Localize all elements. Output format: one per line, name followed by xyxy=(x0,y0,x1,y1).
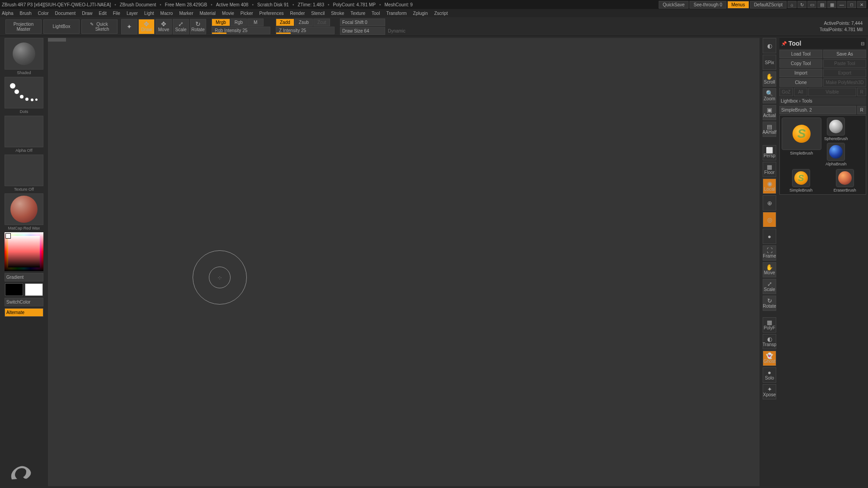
menu-picker[interactable]: Picker xyxy=(241,11,253,16)
menu-marker[interactable]: Marker xyxy=(179,11,193,16)
menu-movie[interactable]: Movie xyxy=(222,11,234,16)
layout2-icon[interactable]: ▤ xyxy=(817,1,826,8)
spix-button[interactable]: SPix xyxy=(763,55,776,70)
material-thumb[interactable] xyxy=(5,193,43,225)
menus-button[interactable]: Menus xyxy=(727,1,749,9)
goz-r-button[interactable]: R xyxy=(857,88,866,96)
swatch-black[interactable] xyxy=(5,283,23,296)
tool-eraserbrush[interactable] xyxy=(836,169,854,187)
menu-light[interactable]: Light xyxy=(144,11,154,16)
local-button[interactable]: ◉Local xyxy=(763,178,776,194)
move-mode-button[interactable]: ✥Move xyxy=(156,19,172,34)
menu-texture[interactable]: Texture xyxy=(350,11,365,16)
quicksketch-button[interactable]: ✎Quick Sketch xyxy=(81,19,118,34)
clone-button[interactable]: Clone xyxy=(779,78,822,87)
menu-draw[interactable]: Draw xyxy=(82,11,92,16)
alpha-thumb[interactable] xyxy=(5,116,43,147)
z-intensity-slider[interactable]: Z Intensity 25 xyxy=(276,27,335,34)
tool-simplebrush-large[interactable]: S xyxy=(782,117,821,150)
nav-move-button[interactable]: ✋Move xyxy=(763,262,776,277)
floor-button[interactable]: ▦Floor xyxy=(763,162,776,177)
ghost-button[interactable]: 👻Ghost xyxy=(763,351,776,366)
home-icon[interactable]: ⌂ xyxy=(788,1,797,8)
zadd-button[interactable]: Zadd xyxy=(276,19,294,26)
menu-edit[interactable]: Edit xyxy=(99,11,107,16)
cam-button[interactable]: ● xyxy=(763,229,776,244)
scroll-button[interactable]: ✋Scroll xyxy=(763,71,776,87)
lock2-button[interactable]: ◎ xyxy=(763,212,776,227)
defaultscript-button[interactable]: DefaultZScript xyxy=(750,1,787,9)
tool-spherebrush[interactable] xyxy=(827,117,845,136)
nav-scale-button[interactable]: ⤢Scale xyxy=(763,279,776,294)
menu-color[interactable]: Color xyxy=(38,11,49,16)
menu-render[interactable]: Render xyxy=(290,11,305,16)
quicksave-button[interactable]: QuickSave xyxy=(659,1,689,9)
export-button[interactable]: Export xyxy=(823,69,866,77)
gradient-button[interactable]: Gradient xyxy=(5,273,43,282)
close-icon[interactable]: ✕ xyxy=(857,1,866,8)
import-button[interactable]: Import xyxy=(779,69,822,77)
polymesh-button[interactable]: Make PolyMesh3D xyxy=(823,78,866,87)
refresh-icon[interactable]: ↻ xyxy=(797,1,807,8)
focal-shift-slider[interactable]: Focal Shift 0 xyxy=(340,19,385,26)
goz-button[interactable]: GoZ xyxy=(779,88,793,96)
menu-brush[interactable]: Brush xyxy=(20,11,32,16)
mrgb-button[interactable]: Mrgb xyxy=(212,19,230,26)
switchcolor-button[interactable]: SwitchColor xyxy=(5,298,43,306)
polyf-button[interactable]: ▦PolyF xyxy=(763,317,776,333)
texture-thumb[interactable] xyxy=(5,155,43,186)
maximize-icon[interactable]: □ xyxy=(847,1,856,8)
zoom-button[interactable]: 🔍Zoom xyxy=(763,88,776,103)
rotate-mode-button[interactable]: ↻Rotate xyxy=(190,19,206,34)
collapse-icon[interactable]: ⊟ xyxy=(861,41,864,46)
zsub-button[interactable]: Zsub xyxy=(295,19,313,26)
dynamic-button[interactable]: Dynamic xyxy=(388,28,406,33)
brush-r-button[interactable]: R xyxy=(857,106,866,114)
draw-size-slider[interactable]: Draw Size 64 xyxy=(340,27,385,35)
paste-tool-button[interactable]: Paste Tool xyxy=(823,59,866,68)
lightbox-tools-label[interactable]: Lightbox › Tools xyxy=(779,97,866,105)
menu-file[interactable]: File xyxy=(113,11,120,16)
menu-material[interactable]: Material xyxy=(200,11,216,16)
xpose-button[interactable]: ✦Xpose xyxy=(763,384,776,399)
menu-stroke[interactable]: Stroke xyxy=(331,11,344,16)
current-brush-name[interactable]: SimpleBrush. 2 xyxy=(779,106,856,114)
menu-zplugin[interactable]: Zplugin xyxy=(413,11,428,16)
shaded-thumb[interactable] xyxy=(5,38,43,70)
lock-button[interactable]: ⊕ xyxy=(763,195,776,211)
tool-simplebrush-small[interactable]: S xyxy=(792,169,810,187)
seethrough-slider[interactable]: See-through 0 xyxy=(689,1,726,9)
goz-all-button[interactable]: All xyxy=(794,88,807,96)
menu-stencil[interactable]: Stencil xyxy=(311,11,325,16)
frame-button[interactable]: ⛶Frame xyxy=(763,245,776,261)
tool-alphabrush[interactable] xyxy=(827,143,845,161)
alternate-button[interactable]: Alternate xyxy=(5,308,43,317)
swatch-white[interactable] xyxy=(25,283,43,296)
nav-rotate-button[interactable]: ↻Rotate xyxy=(763,296,776,311)
stroke-thumb[interactable] xyxy=(5,77,43,108)
edit-mode-button[interactable]: ✦ xyxy=(121,19,137,34)
aahalf-button[interactable]: ▤AAHalf xyxy=(763,122,776,137)
bpr-button[interactable]: ◐ xyxy=(763,38,776,53)
scale-mode-button[interactable]: ⤢Scale xyxy=(173,19,189,34)
layout3-icon[interactable]: ▦ xyxy=(827,1,836,8)
lightbox-button[interactable]: LightBox xyxy=(43,19,80,34)
m-button[interactable]: M xyxy=(247,19,264,26)
projection-master-button[interactable]: Projection Master xyxy=(5,19,42,34)
canvas[interactable]: ·:· xyxy=(48,38,760,486)
menu-tool[interactable]: Tool xyxy=(372,11,380,16)
menu-layer[interactable]: Layer xyxy=(127,11,138,16)
menu-zscript[interactable]: Zscript xyxy=(434,11,448,16)
rgb-button[interactable]: Rgb xyxy=(231,19,247,26)
minimize-icon[interactable]: — xyxy=(837,1,846,8)
menu-alpha[interactable]: Alpha xyxy=(2,11,14,16)
pin-icon[interactable]: 📌 xyxy=(781,41,787,46)
layout1-icon[interactable]: ▭ xyxy=(807,1,816,8)
menu-macro[interactable]: Macro xyxy=(160,11,173,16)
rgb-intensity-slider[interactable]: Rgb Intensity 25 xyxy=(212,27,270,34)
solo-button[interactable]: ●Solo xyxy=(763,367,776,383)
menu-transform[interactable]: Transform xyxy=(386,11,406,16)
save-as-button[interactable]: Save As xyxy=(823,50,866,58)
copy-tool-button[interactable]: Copy Tool xyxy=(779,59,822,68)
goz-visible-button[interactable]: Visible xyxy=(808,88,856,96)
